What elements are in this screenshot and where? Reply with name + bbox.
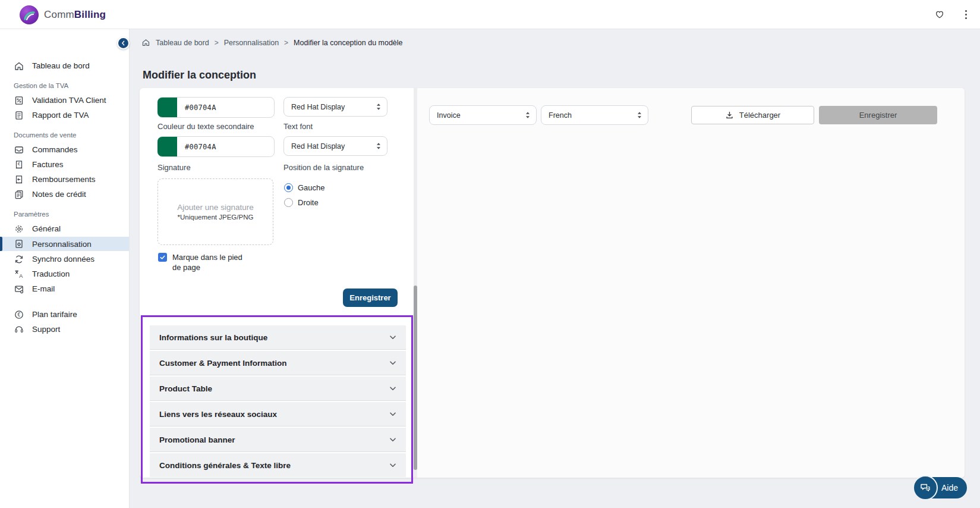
brand-prefix: Comm xyxy=(44,9,74,20)
svg-text:€: € xyxy=(17,312,20,318)
sidebar-item-general[interactable]: Général xyxy=(0,221,129,236)
form-save-button[interactable]: Enregistrer xyxy=(343,289,398,307)
credit-notes-icon xyxy=(14,189,24,200)
primary-color-swatch[interactable] xyxy=(157,98,177,117)
secondary-color-swatch[interactable] xyxy=(157,137,177,156)
brand-footer-checkbox-row[interactable]: Marque dans le pied de page xyxy=(158,252,245,272)
sync-icon xyxy=(14,254,24,265)
sidebar-item-tableau-de-bord[interactable]: Tableau de bord xyxy=(0,58,129,73)
accordion-customer-payment[interactable]: Customer & Payment Information xyxy=(150,351,406,375)
sidebar: Tableau de bord Gestion de la TVA Valida… xyxy=(0,29,130,508)
breadcrumb-item-current: Modifier la conception du modèle xyxy=(294,39,402,47)
kebab-menu-icon[interactable] xyxy=(962,8,970,21)
sidebar-section-gestion-tva: Gestion de la TVA xyxy=(14,82,129,89)
design-editor-card: #00704A Red Hat Display Couleur du texte… xyxy=(140,88,965,478)
chevron-down-icon xyxy=(388,460,398,470)
secondary-color-field[interactable]: #00704A xyxy=(157,136,275,157)
primary-color-field[interactable]: #00704A xyxy=(157,97,275,118)
accordion-label: Conditions générales & Texte libre xyxy=(159,461,291,470)
breadcrumb: Tableau de bord > Personnalisation > Mod… xyxy=(141,38,403,47)
help-label: Aide xyxy=(941,483,958,493)
breadcrumb-item-dashboard[interactable]: Tableau de bord xyxy=(156,39,209,47)
accordion-label: Customer & Payment Information xyxy=(159,359,287,368)
secondary-color-label: Couleur du texte secondaire xyxy=(157,122,254,131)
pricing-icon: € xyxy=(14,309,24,320)
main-content: Tableau de bord > Personnalisation > Mod… xyxy=(129,29,980,508)
sidebar-item-label: E-mail xyxy=(32,284,55,293)
sidebar-item-label: Tableau de bord xyxy=(32,61,90,70)
template-section-list: Informations sur la boutique Customer & … xyxy=(150,325,406,477)
accordion-promotional-banner[interactable]: Promotional banner xyxy=(150,428,406,451)
chevron-down-icon xyxy=(388,384,398,393)
sidebar-item-commandes[interactable]: Commandes xyxy=(0,142,129,157)
signature-label: Signature xyxy=(157,163,191,172)
accordion-informations-boutique[interactable]: Informations sur la boutique xyxy=(150,325,406,349)
sidebar-item-plan-tarifaire[interactable]: € Plan tarifaire xyxy=(0,307,129,322)
sidebar-item-rapport-tva[interactable]: Rapport de TVA xyxy=(0,108,129,123)
sidebar-item-support[interactable]: Support xyxy=(0,322,129,337)
preview-save-button[interactable]: Enregistrer xyxy=(819,106,937,124)
brand-footer-label: Marque dans le pied de page xyxy=(172,252,245,272)
sidebar-item-label: Support xyxy=(32,325,60,334)
orders-icon xyxy=(14,145,24,155)
accordion-product-table[interactable]: Product Table xyxy=(150,377,406,400)
favorite-heart-icon[interactable] xyxy=(933,8,946,21)
sidebar-section-parametres: Paramètres xyxy=(14,211,129,218)
invoices-icon: € xyxy=(14,159,24,170)
sidebar-item-label: Remboursements xyxy=(32,175,96,184)
breadcrumb-item-personnalisation[interactable]: Personnalisation xyxy=(224,39,279,47)
secondary-color-hex: #00704A xyxy=(185,143,216,151)
left-panel-scrollbar-track xyxy=(414,88,417,478)
app-logo[interactable]: CommBilling xyxy=(20,5,106,24)
sidebar-item-synchro-donnees[interactable]: Synchro données xyxy=(0,252,129,266)
sidebar-collapse-button[interactable] xyxy=(117,37,130,49)
sidebar-item-validation-tva[interactable]: Validation TVA Client xyxy=(0,93,129,108)
sidebar-item-personnalisation[interactable]: Personnalisation xyxy=(0,237,129,251)
select-stepper-icon xyxy=(525,111,530,119)
download-button[interactable]: Télécharger xyxy=(691,106,814,124)
radio-selected-icon xyxy=(284,183,293,192)
download-label: Télécharger xyxy=(739,111,780,120)
accordion-label: Promotional banner xyxy=(159,435,235,444)
signature-upload-dropzone[interactable]: Ajouter une signature *Uniquement JPEG/P… xyxy=(157,178,273,245)
top-header: CommBilling xyxy=(0,0,980,29)
vat-report-icon xyxy=(14,110,24,121)
document-type-select[interactable]: Invoice xyxy=(429,105,537,125)
vat-validation-icon xyxy=(14,95,24,106)
select-stepper-icon xyxy=(376,103,381,111)
radio-label: Droite xyxy=(298,198,319,207)
app-root: CommBilling Tableau de bord Gestion de l… xyxy=(0,0,980,508)
template-preview-area xyxy=(417,88,965,478)
primary-font-select[interactable]: Red Hat Display xyxy=(283,97,387,117)
translate-icon: A xyxy=(14,269,24,280)
sidebar-item-label: Rapport de TVA xyxy=(32,111,89,120)
chat-icon xyxy=(913,475,938,500)
sidebar-item-notes-credit[interactable]: Notes de crédit xyxy=(0,187,129,202)
svg-text:A: A xyxy=(19,273,23,279)
download-icon xyxy=(725,111,734,120)
signature-position-label: Position de la signature xyxy=(283,163,364,172)
accordion-reseaux-sociaux[interactable]: Liens vers les réseaux sociaux xyxy=(150,402,406,426)
email-icon xyxy=(14,284,24,294)
chevron-down-icon xyxy=(388,333,398,342)
brand-suffix: Billing xyxy=(74,9,106,20)
sidebar-collapse-icon xyxy=(121,40,126,46)
sidebar-item-remboursements[interactable]: Remboursements xyxy=(0,172,129,187)
left-panel-scrollbar[interactable] xyxy=(414,286,417,470)
text-font-label: Text font xyxy=(283,122,313,131)
accordion-conditions-generales[interactable]: Conditions générales & Texte libre xyxy=(150,453,406,477)
primary-color-hex: #00704A xyxy=(185,104,216,112)
sidebar-item-factures[interactable]: € Factures xyxy=(0,157,129,172)
sidebar-item-traduction[interactable]: A Traduction xyxy=(0,266,129,281)
text-font-select[interactable]: Red Hat Display xyxy=(283,136,387,156)
checkbox-check-icon[interactable] xyxy=(158,253,167,262)
sidebar-item-label: Notes de crédit xyxy=(32,190,86,199)
signature-position-gauche[interactable]: Gauche xyxy=(284,183,325,192)
chevron-down-icon xyxy=(388,409,398,419)
sidebar-item-email[interactable]: E-mail xyxy=(0,281,129,296)
language-select[interactable]: French xyxy=(541,105,648,125)
sidebar-nav: Tableau de bord Gestion de la TVA Valida… xyxy=(0,29,129,337)
breadcrumb-home-icon xyxy=(141,38,150,47)
signature-position-droite[interactable]: Droite xyxy=(284,198,319,207)
sidebar-item-label: Factures xyxy=(32,160,64,169)
